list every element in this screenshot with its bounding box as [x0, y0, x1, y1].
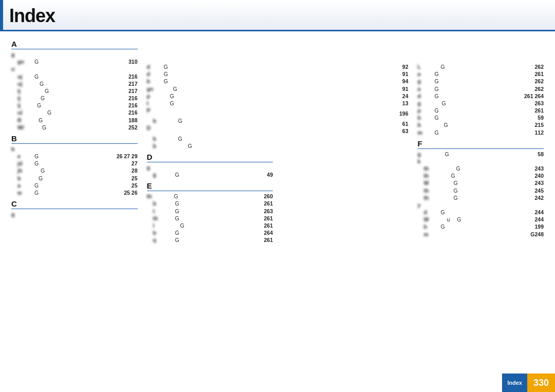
index-column-4: L G 262 a G 261 g G 262 a G 262 d G 261 …: [416, 36, 546, 244]
list-item: b G: [147, 78, 273, 85]
list-item: jh G 28: [11, 167, 138, 174]
list-item: p G 261: [418, 107, 544, 114]
index-column-3: 92 91 94 91 24 13 196 61 63: [280, 36, 411, 244]
list-item: 92: [282, 63, 409, 70]
list-item: m G248: [418, 231, 544, 238]
list-item: b G 264: [147, 229, 273, 236]
list-item: d G 244: [418, 209, 544, 216]
list-item: ul G 216: [11, 109, 138, 116]
list-item: ij G 216: [11, 102, 138, 109]
section-b-header: B: [11, 134, 138, 144]
list-item: a G 261: [418, 70, 544, 78]
list-item: q G 261: [147, 236, 273, 244]
list-item: th G 261: [147, 215, 273, 222]
list-item: W/ G 252: [11, 124, 138, 131]
list-item: g G 263: [418, 100, 544, 107]
index-column-1: A g gn G 310 u uj G 216 uj G 217 ij G 21…: [9, 36, 140, 244]
section-f-header: F: [418, 139, 544, 149]
index-column-2: d G d G b G gn G p G t G P b G: [145, 36, 275, 244]
list-item: g: [11, 51, 138, 58]
section-c-header: C: [11, 199, 138, 209]
index-content: A g gn G 310 u uj G 216 uj G 217 ij G 21…: [0, 31, 555, 264]
list-item: 13: [282, 100, 409, 107]
list-item: g G 262: [418, 78, 544, 85]
list-item: a G 262: [418, 85, 544, 92]
header-accent-bar: [0, 0, 3, 30]
list-item: m G 112: [418, 129, 544, 136]
list-item: gn G 310: [11, 58, 138, 65]
list-item: gn G: [147, 85, 273, 92]
list-item: D: [147, 124, 273, 132]
list-item: t G: [147, 100, 273, 107]
list-item: W u G 244: [418, 216, 544, 223]
list-item: b G 199: [418, 223, 544, 230]
list-item: th G 240: [418, 172, 544, 179]
list-item: b G: [147, 135, 273, 142]
list-item: 196: [282, 110, 409, 117]
list-item: e G 26 27 29: [11, 153, 138, 160]
list-item: W G 243: [418, 179, 544, 186]
list-item: jd G 27: [11, 160, 138, 167]
list-item: d G: [147, 63, 273, 70]
list-item: b G: [147, 142, 273, 150]
list-item: 91: [282, 85, 409, 92]
list-item: a G 25: [11, 182, 138, 189]
page-footer: Index 330: [502, 374, 555, 392]
list-item: 91: [282, 70, 409, 78]
section-d-header: D: [147, 153, 273, 162]
list-item: R G 188: [11, 117, 138, 124]
footer-page-number: 330: [527, 374, 555, 392]
list-item: d G: [147, 70, 273, 78]
list-item: p G: [147, 92, 273, 100]
list-item: t G 263: [147, 208, 273, 215]
list-item: 63: [282, 127, 409, 135]
list-item: ij G 217: [11, 87, 138, 95]
list-item: k: [418, 158, 544, 165]
list-item: 24: [282, 92, 409, 100]
list-item: 61: [282, 120, 409, 127]
list-item: w G 25 26: [11, 189, 138, 196]
page-title: Index: [9, 5, 55, 27]
section-a-header: A: [11, 40, 138, 49]
list-item: b G 215: [418, 121, 544, 128]
list-item: b G 25: [11, 175, 138, 182]
list-item: d G 261 264: [418, 92, 544, 100]
list-item: l G 261: [147, 222, 273, 229]
list-item: P: [147, 107, 273, 114]
list-item: b: [11, 145, 138, 153]
list-item: th G 242: [418, 194, 544, 201]
list-item: th G 245: [418, 187, 544, 194]
footer-index-label: Index: [502, 374, 527, 392]
list-item: th G 243: [418, 165, 544, 172]
list-item: L G 262: [418, 63, 544, 70]
list-item: g G 49: [147, 171, 273, 178]
list-item: u: [11, 65, 138, 72]
list-item: g G 58: [418, 151, 544, 158]
list-item: b G 261: [147, 200, 273, 207]
list-item: g: [147, 164, 273, 171]
list-item: y: [418, 201, 544, 209]
section-e-header: E: [147, 181, 273, 191]
list-item: uj G 216: [11, 73, 138, 80]
list-item: b G 59: [418, 114, 544, 121]
list-item: b G: [147, 117, 273, 124]
list-item: 94: [282, 78, 409, 85]
list-item: th G 260: [147, 193, 273, 200]
list-item: g: [11, 211, 138, 218]
list-item: ij G 216: [11, 95, 138, 102]
list-item: uj G 217: [11, 80, 138, 87]
page-header: Index: [0, 0, 555, 31]
